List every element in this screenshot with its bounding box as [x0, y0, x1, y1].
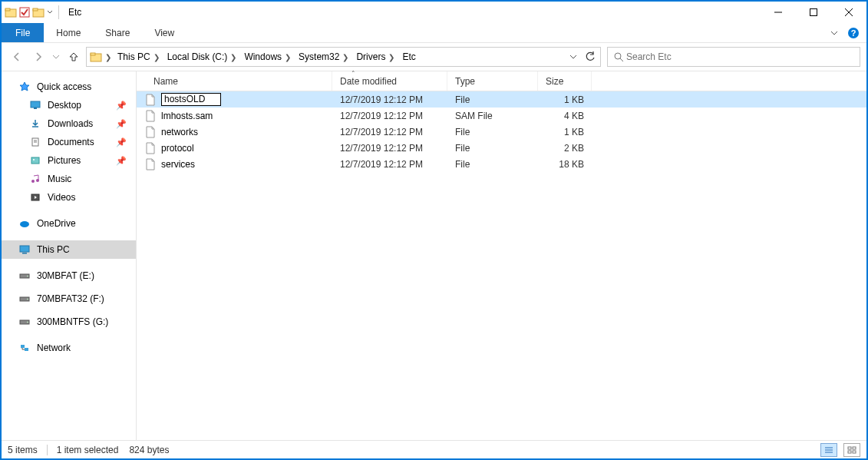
pin-icon: 📌 — [116, 156, 127, 166]
close-button[interactable] — [831, 2, 866, 23]
column-date[interactable]: Date modified — [332, 71, 447, 91]
file-date: 12/7/2019 12:12 PM — [332, 156, 447, 172]
refresh-button[interactable] — [582, 48, 599, 66]
folder-icon — [90, 51, 102, 63]
documents-icon — [29, 136, 41, 148]
search-box[interactable] — [607, 47, 860, 67]
file-tab[interactable]: File — [2, 23, 44, 42]
details-view-button[interactable] — [820, 443, 837, 457]
sidebar-label: Documents — [48, 137, 94, 147]
tab-share[interactable]: Share — [93, 23, 142, 42]
videos-icon — [29, 191, 41, 204]
tab-view[interactable]: View — [142, 23, 186, 42]
sidebar-label: Desktop — [48, 100, 81, 111]
qat-dropdown-icon[interactable] — [46, 6, 54, 18]
svg-rect-40 — [848, 447, 851, 449]
svg-rect-41 — [853, 447, 856, 449]
tab-home[interactable]: Home — [44, 23, 93, 42]
pictures-icon — [29, 154, 41, 167]
file-size: 1 KB — [538, 124, 592, 140]
large-icons-view-button[interactable] — [843, 443, 860, 457]
column-name[interactable]: Name — [137, 71, 332, 91]
svg-rect-16 — [34, 108, 37, 109]
status-selection: 1 item selected — [57, 445, 119, 455]
chevron-right-icon[interactable]: ❯ — [388, 53, 394, 61]
file-row[interactable]: lmhosts.sam12/7/2019 12:12 PMSAM File4 K… — [137, 108, 866, 124]
sidebar-videos[interactable]: Videos — [2, 188, 136, 207]
minimize-button[interactable] — [761, 2, 796, 23]
sidebar-desktop[interactable]: Desktop 📌 — [2, 96, 136, 114]
sidebar-this-pc[interactable]: This PC — [2, 240, 136, 259]
file-list-pane: Name ˄ Date modified Type Size hostsOLD1… — [137, 71, 866, 440]
sidebar-documents[interactable]: Documents 📌 — [2, 133, 136, 151]
navbar: ❯ This PC❯ Local Disk (C:)❯ Windows❯ Sys… — [2, 43, 866, 71]
breadcrumb-item[interactable]: System32❯ — [294, 48, 351, 66]
body: Quick access Desktop 📌 Downloads 📌 Docum… — [2, 71, 866, 440]
file-size: 4 KB — [538, 108, 592, 124]
chevron-right-icon[interactable]: ❯ — [285, 53, 291, 61]
recent-locations-button[interactable] — [51, 46, 61, 68]
column-type[interactable]: Type — [447, 71, 538, 91]
sidebar-network[interactable]: Network — [2, 339, 136, 357]
breadcrumb-label: Local Disk (C:) — [167, 51, 228, 62]
breadcrumb-item[interactable]: Windows❯ — [239, 48, 294, 66]
file-date: 12/7/2019 12:12 PM — [332, 108, 447, 124]
column-size[interactable]: Size — [538, 71, 592, 91]
column-headers: Name ˄ Date modified Type Size — [137, 71, 866, 91]
column-label: Type — [455, 76, 475, 87]
svg-rect-4 — [33, 8, 38, 11]
file-row[interactable]: networks12/7/2019 12:12 PMFile1 KB — [137, 124, 866, 140]
svg-rect-27 — [20, 246, 29, 252]
svg-rect-12 — [91, 53, 95, 55]
search-input[interactable] — [625, 51, 855, 63]
file-row[interactable]: services12/7/2019 12:12 PMFile18 KB — [137, 156, 866, 172]
sidebar-label: OneDrive — [37, 218, 76, 229]
sidebar-drive[interactable]: 30MBFAT (E:) — [2, 266, 136, 285]
file-name: networks — [161, 127, 198, 137]
breadcrumb-label: System32 — [299, 51, 339, 62]
pin-icon: 📌 — [116, 119, 127, 129]
ribbon-expand-icon[interactable] — [823, 23, 845, 42]
file-size: 18 KB — [538, 156, 592, 172]
svg-point-24 — [36, 179, 39, 182]
chevron-right-icon[interactable]: ❯ — [104, 53, 113, 61]
drive-icon — [18, 316, 31, 328]
chevron-right-icon[interactable]: ❯ — [153, 53, 160, 61]
forward-button[interactable] — [29, 46, 48, 68]
file-row[interactable]: protocol12/7/2019 12:12 PMFile2 KB — [137, 140, 866, 156]
sidebar-pictures[interactable]: Pictures 📌 — [2, 151, 136, 170]
address-dropdown-button[interactable] — [565, 48, 582, 66]
breadcrumb-item[interactable]: Drivers❯ — [351, 48, 398, 66]
breadcrumb-item[interactable]: Etc — [398, 48, 418, 66]
breadcrumb-item[interactable]: Local Disk (C:)❯ — [163, 48, 240, 66]
sidebar-music[interactable]: Music — [2, 170, 136, 188]
sidebar-drive[interactable]: 300MBNTFS (G:) — [2, 313, 136, 331]
nav-pane[interactable]: Quick access Desktop 📌 Downloads 📌 Docum… — [2, 71, 137, 440]
maximize-button[interactable] — [796, 2, 831, 23]
chevron-right-icon[interactable]: ❯ — [230, 53, 236, 61]
properties-icon[interactable] — [18, 6, 31, 18]
svg-point-32 — [27, 299, 28, 300]
file-name: lmhosts.sam — [161, 111, 213, 121]
sidebar-quick-access[interactable]: Quick access — [2, 78, 136, 96]
svg-rect-36 — [25, 348, 28, 351]
back-button[interactable] — [8, 46, 26, 68]
svg-point-30 — [27, 276, 28, 277]
svg-rect-1 — [5, 8, 10, 11]
breadcrumb-item[interactable]: This PC❯ — [113, 48, 163, 66]
sidebar-drive[interactable]: 70MBFAT32 (F:) — [2, 290, 136, 308]
window-title: Etc — [68, 7, 81, 18]
file-row[interactable]: hostsOLD12/7/2019 12:12 PMFile1 KB — [137, 91, 866, 108]
help-button[interactable]: ? — [845, 25, 862, 41]
pin-icon: 📌 — [116, 101, 127, 111]
rename-input[interactable]: hostsOLD — [161, 93, 221, 106]
address-bar[interactable]: ❯ This PC❯ Local Disk (C:)❯ Windows❯ Sys… — [86, 47, 601, 67]
sidebar-label: Downloads — [48, 118, 93, 129]
sidebar-onedrive[interactable]: OneDrive — [2, 214, 136, 233]
breadcrumbs: This PC❯ Local Disk (C:)❯ Windows❯ Syste… — [113, 48, 565, 66]
up-button[interactable] — [64, 46, 83, 68]
chevron-right-icon[interactable]: ❯ — [342, 53, 348, 61]
sidebar-downloads[interactable]: Downloads 📌 — [2, 114, 136, 133]
new-folder-icon[interactable] — [32, 6, 45, 18]
file-rows[interactable]: hostsOLD12/7/2019 12:12 PMFile1 KBlmhost… — [137, 91, 866, 440]
